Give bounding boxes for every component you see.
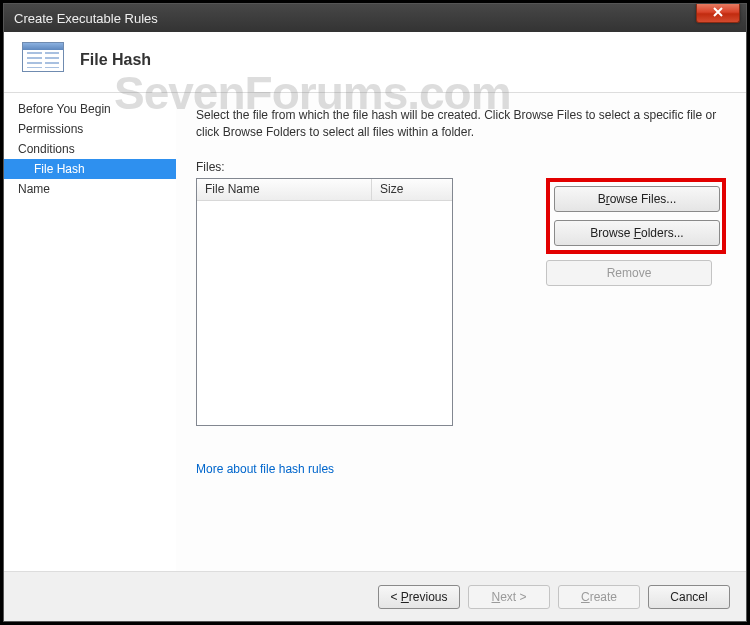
files-label: Files: [196,160,532,174]
sidebar-item-file-hash[interactable]: File Hash [4,159,176,179]
sidebar-item-name[interactable]: Name [4,179,176,199]
close-icon [712,7,724,18]
wizard-sidebar: Before You Begin Permissions Conditions … [4,93,176,571]
main-panel: Select the file from which the file hash… [176,93,746,571]
previous-button[interactable]: < Previous [378,585,460,609]
wizard-header: File Hash [4,32,746,93]
cancel-button[interactable]: Cancel [648,585,730,609]
page-icon [22,42,66,78]
browse-folders-button[interactable]: Browse Folders... [554,220,720,246]
wizard-body: Before You Begin Permissions Conditions … [4,93,746,571]
wizard-footer: < Previous Next > Create Cancel [4,571,746,621]
more-about-link[interactable]: More about file hash rules [196,462,334,476]
column-file-name[interactable]: File Name [197,179,372,200]
buttons-column: Browse Files... Browse Folders... Remove [546,160,726,286]
next-button: Next > [468,585,550,609]
highlight-annotation: Browse Files... Browse Folders... [546,178,726,254]
sidebar-item-before-you-begin[interactable]: Before You Begin [4,99,176,119]
create-button: Create [558,585,640,609]
files-listview[interactable]: File Name Size [196,178,453,426]
sidebar-item-permissions[interactable]: Permissions [4,119,176,139]
wizard-window: Create Executable Rules SevenForums.com … [3,3,747,622]
browse-files-button[interactable]: Browse Files... [554,186,720,212]
instruction-text: Select the file from which the file hash… [196,107,726,142]
window-title: Create Executable Rules [14,11,158,26]
close-button[interactable] [696,4,740,23]
sidebar-item-conditions[interactable]: Conditions [4,139,176,159]
titlebar: Create Executable Rules [4,4,746,32]
column-size[interactable]: Size [372,179,452,200]
page-title: File Hash [80,51,151,69]
listview-header: File Name Size [197,179,452,201]
remove-button: Remove [546,260,712,286]
